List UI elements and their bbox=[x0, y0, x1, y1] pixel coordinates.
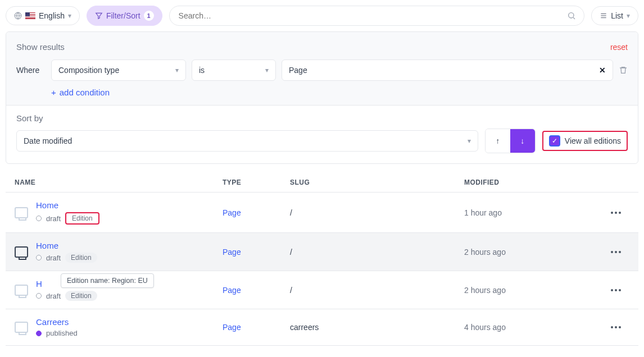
row-type-link[interactable]: Page bbox=[223, 286, 241, 295]
chevron-down-icon: ▾ bbox=[68, 12, 71, 20]
sort-by-label: Sort by bbox=[16, 113, 628, 123]
column-modified-header: MODIFIED bbox=[464, 178, 599, 186]
row-type-link[interactable]: Page bbox=[223, 208, 241, 217]
row-slug: / bbox=[290, 248, 464, 257]
sort-field-select[interactable]: Date modified ▾ bbox=[16, 130, 478, 152]
row-type-link[interactable]: Page bbox=[223, 323, 241, 332]
edition-chip: Edition bbox=[65, 212, 99, 225]
clear-value-icon[interactable]: ✕ bbox=[599, 66, 606, 75]
row-modified: 1 hour ago bbox=[464, 208, 599, 217]
edition-tooltip: Edition name: Region: EU bbox=[61, 273, 154, 288]
view-all-editions-label: View all editions bbox=[565, 136, 621, 145]
filter-operator-value: is bbox=[199, 66, 205, 75]
column-name-header: NAME bbox=[15, 178, 223, 186]
row-title-link[interactable]: Carreers bbox=[36, 317, 78, 327]
sort-desc-button[interactable]: ↓ bbox=[510, 129, 535, 153]
table-row[interactable]: Home draft Edition Page / 1 hour ago bbox=[6, 193, 638, 233]
view-mode-label: List bbox=[611, 11, 623, 20]
search-input[interactable] bbox=[178, 11, 568, 21]
filter-field-value: Composition type bbox=[58, 66, 119, 75]
filter-operator-select[interactable]: is ▾ bbox=[192, 60, 276, 81]
status-text: published bbox=[46, 329, 78, 337]
filter-count-badge: 1 bbox=[144, 11, 154, 21]
filter-sort-button[interactable]: Filter/Sort 1 bbox=[87, 6, 162, 26]
view-mode-selector[interactable]: List ▾ bbox=[591, 6, 638, 25]
add-condition-label: add condition bbox=[60, 88, 110, 97]
chevron-down-icon: ▾ bbox=[468, 137, 471, 145]
row-title-link[interactable]: Home bbox=[36, 241, 97, 250]
row-modified: 2 hours ago bbox=[464, 286, 599, 295]
device-icon bbox=[15, 322, 28, 333]
row-modified: 4 hours ago bbox=[464, 323, 599, 332]
globe-icon bbox=[14, 12, 22, 20]
svg-line-2 bbox=[573, 17, 575, 19]
us-flag-icon bbox=[25, 12, 35, 20]
column-slug-header: SLUG bbox=[290, 178, 464, 186]
filter-icon bbox=[95, 12, 103, 20]
language-selector[interactable]: English ▾ bbox=[6, 6, 80, 25]
sort-asc-button[interactable]: ↑ bbox=[486, 129, 510, 153]
row-slug: / bbox=[290, 208, 464, 217]
row-title-link[interactable]: Home bbox=[36, 200, 99, 210]
reset-filters-link[interactable]: reset bbox=[610, 43, 628, 52]
status-text: draft bbox=[46, 254, 61, 262]
filter-field-select[interactable]: Composition type ▾ bbox=[51, 60, 186, 81]
edition-chip: Edition bbox=[65, 291, 97, 301]
row-more-button[interactable] bbox=[599, 326, 633, 328]
status-dot-icon bbox=[36, 331, 42, 336]
delete-condition-button[interactable] bbox=[619, 66, 628, 75]
row-type-link[interactable]: Page bbox=[223, 248, 241, 257]
device-icon bbox=[15, 246, 28, 258]
checkbox-checked-icon: ✓ bbox=[549, 135, 560, 147]
table-row[interactable]: Home draft Edition Page / 2 hours ago bbox=[6, 233, 638, 271]
sort-field-value: Date modified bbox=[24, 136, 72, 145]
search-input-wrap[interactable] bbox=[169, 6, 585, 26]
row-modified: 2 hours ago bbox=[464, 248, 599, 257]
view-all-editions-toggle[interactable]: ✓ View all editions bbox=[542, 131, 628, 151]
add-condition-button[interactable]: + add condition bbox=[51, 88, 628, 97]
status-dot-icon bbox=[36, 293, 42, 299]
table-row[interactable]: Carreers published Page carreers 4 hours… bbox=[6, 309, 638, 346]
device-icon bbox=[15, 285, 28, 296]
filter-value-text: Page bbox=[289, 66, 307, 75]
plus-icon: + bbox=[51, 88, 56, 97]
row-more-button[interactable] bbox=[599, 251, 633, 253]
chevron-down-icon: ▾ bbox=[175, 66, 179, 74]
where-label: Where bbox=[16, 66, 46, 75]
device-icon bbox=[15, 207, 28, 218]
status-dot-icon bbox=[36, 255, 42, 260]
filter-value-input[interactable]: Page ✕ bbox=[282, 60, 613, 81]
svg-point-1 bbox=[569, 13, 574, 18]
sort-direction-group: ↑ ↓ bbox=[485, 129, 536, 153]
edition-chip: Edition bbox=[65, 253, 97, 263]
row-more-button[interactable] bbox=[599, 289, 633, 291]
row-slug: carreers bbox=[290, 323, 464, 332]
chevron-down-icon: ▾ bbox=[265, 66, 269, 74]
status-dot-icon bbox=[36, 216, 42, 221]
search-icon bbox=[567, 11, 576, 20]
row-slug: / bbox=[290, 286, 464, 295]
column-type-header: TYPE bbox=[223, 178, 290, 186]
chevron-down-icon: ▾ bbox=[627, 12, 630, 20]
row-more-button[interactable] bbox=[599, 212, 633, 214]
list-icon bbox=[600, 12, 607, 20]
show-results-label: Show results bbox=[16, 42, 65, 52]
status-text: draft bbox=[46, 214, 61, 223]
status-text: draft bbox=[46, 292, 61, 300]
table-row[interactable]: H draft Edition Page / 2 hours ago Editi… bbox=[6, 271, 638, 309]
language-label: English bbox=[39, 11, 65, 20]
filter-sort-label: Filter/Sort bbox=[106, 11, 140, 20]
